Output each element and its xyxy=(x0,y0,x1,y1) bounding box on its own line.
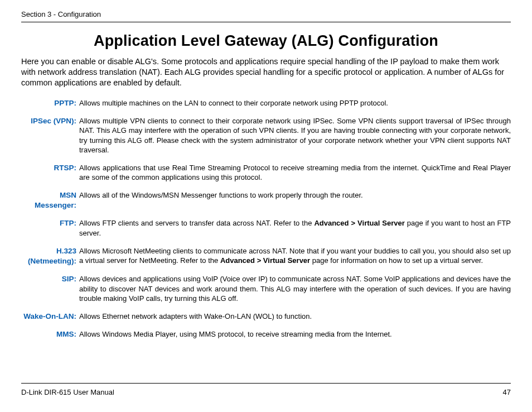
definition-description: Allows Windows Media Player, using MMS p… xyxy=(79,329,511,339)
definition-term: PPTP: xyxy=(21,98,79,108)
definition-item: Wake-On-LAN:Allows Ethernet network adap… xyxy=(21,312,511,322)
definition-description: Allows FTP clients and servers to transf… xyxy=(79,218,511,238)
definition-item: PPTP:Allows multiple machines on the LAN… xyxy=(21,98,511,108)
definition-term: SIP: xyxy=(21,274,79,304)
definition-item: H.323 (Netmeeting):Allows Microsoft NetM… xyxy=(21,246,511,266)
definition-term: IPSec (VPN): xyxy=(21,116,79,155)
definition-term: RTSP: xyxy=(21,163,79,183)
definition-term: FTP: xyxy=(21,218,79,238)
definition-term: MMS: xyxy=(21,329,79,339)
definition-description: Allows applications that use Real Time S… xyxy=(79,163,511,183)
definition-term: Wake-On-LAN: xyxy=(21,312,79,322)
definition-item: IPSec (VPN):Allows multiple VPN clients … xyxy=(21,116,511,155)
definition-description: Allows multiple VPN clients to connect t… xyxy=(79,116,511,155)
definition-item: MSN Messenger:Allows all of the Windows/… xyxy=(21,190,511,210)
definition-description: Allows Microsoft NetMeeting clients to c… xyxy=(79,246,511,266)
intro-paragraph: Here you can enable or disable ALG's. So… xyxy=(21,56,511,88)
page-footer: D-Link DIR-615 User Manual 47 xyxy=(21,383,511,396)
definition-item: MMS:Allows Windows Media Player, using M… xyxy=(21,329,511,339)
definition-list: PPTP:Allows multiple machines on the LAN… xyxy=(21,98,511,340)
definition-description: Allows devices and applications using Vo… xyxy=(79,274,511,304)
definition-term: H.323 (Netmeeting): xyxy=(21,246,79,266)
definition-item: FTP:Allows FTP clients and servers to tr… xyxy=(21,218,511,238)
definition-term: MSN Messenger: xyxy=(21,190,79,210)
definition-item: SIP:Allows devices and applications usin… xyxy=(21,274,511,304)
page-title: Application Level Gateway (ALG) Configur… xyxy=(21,32,511,50)
footer-manual-name: D-Link DIR-615 User Manual xyxy=(21,388,114,396)
footer-page-number: 47 xyxy=(503,388,511,396)
definition-item: RTSP:Allows applications that use Real T… xyxy=(21,163,511,183)
definition-description: Allows Ethernet network adapters with Wa… xyxy=(79,312,511,322)
definition-description: Allows multiple machines on the LAN to c… xyxy=(79,98,511,108)
definition-description: Allows all of the Windows/MSN Messenger … xyxy=(79,190,511,210)
section-header: Section 3 - Configuration xyxy=(21,10,511,22)
